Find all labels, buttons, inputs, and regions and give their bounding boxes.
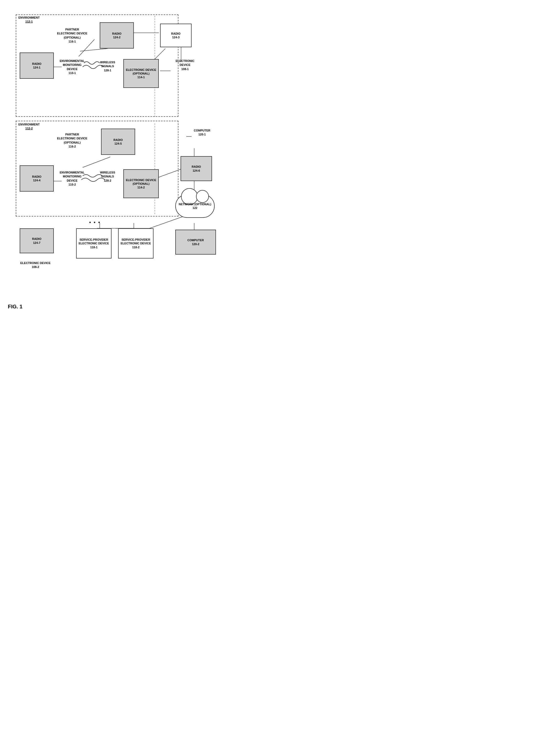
radio-124-2-label: RADIO [112, 32, 121, 35]
radio-124-3-box: RADIO 124-3 [160, 24, 191, 47]
radio-124-7-label: RADIO [32, 237, 41, 241]
elec-dev-2-label: ELECTRONIC DEVICE 108-2 [20, 261, 51, 269]
elec-dev-opt-2-box: ELECTRONIC DEVICE (OPTIONAL) 114-2 [123, 169, 159, 198]
service-prov-1-number: 118-1 [77, 246, 111, 249]
radio-124-4-number: 124-4 [32, 178, 41, 182]
radio-124-2-box: RADIO 124-2 [100, 22, 134, 49]
radio-124-4-label: RADIO [32, 175, 41, 178]
radio-124-5-number: 124-5 [113, 142, 123, 145]
radio-124-5-label: RADIO [113, 138, 123, 142]
network-cloud: NETWORK (OPTIONAL) 122 [175, 194, 215, 218]
env2-label: ENVIRONMENT 112-2 [18, 123, 40, 131]
service-prov-2-number: 118-2 [119, 246, 153, 249]
radio-124-2-number: 124-2 [112, 35, 121, 39]
radio-124-1-box: RADIO 124-1 [20, 52, 54, 79]
wireless-sig-2-label: WIRELESS SIGNALS 128-2 [94, 171, 121, 183]
radio-124-3-label: RADIO [171, 32, 180, 35]
service-prov-2-label: SERVICE-PROVIDER ELECTRONIC DEVICE [119, 238, 153, 246]
diagram: ENVIRONMENT 112-1 RADIO 124-1 PARTNER EL… [8, 8, 228, 304]
radio-124-1-label: RADIO [32, 62, 41, 65]
radio-124-6-number: 124-6 [191, 169, 201, 172]
radio-124-5-box: RADIO 124-5 [101, 129, 135, 155]
wireless-sig-1-label: WIRELESS SIGNALS 128-1 [94, 60, 121, 73]
radio-124-3-number: 124-3 [171, 35, 180, 39]
env-monitor-2-label: ENVIRONMENTAL MONITORING DEVICE 110-2 [58, 171, 87, 187]
env1-label: ENVIRONMENT 112-1 [18, 16, 40, 24]
network-label: NETWORK (OPTIONAL) [179, 202, 211, 206]
computer-1-label: COMPUTER 120-1 [188, 129, 216, 137]
radio-124-1-number: 124-1 [32, 65, 41, 69]
elec-dev-opt-2-number: 114-2 [124, 185, 158, 189]
service-prov-1-label: SERVICE-PROVIDER ELECTRONIC DEVICE [77, 238, 111, 246]
service-prov-2-box: SERVICE-PROVIDER ELECTRONIC DEVICE 118-2 [118, 228, 154, 259]
radio-124-7-number: 124-7 [32, 241, 41, 245]
computer-2-label: COMPUTER [187, 238, 204, 242]
service-prov-1-box: SERVICE-PROVIDER ELECTRONIC DEVICE 118-1 [76, 228, 112, 259]
partner-dev-1-label: PARTNER ELECTRONIC DEVICE (OPTIONAL) 116… [56, 28, 88, 44]
computer-2-box: COMPUTER 120-2 [175, 230, 216, 255]
radio-124-7-box: RADIO 124-7 [20, 228, 54, 253]
elec-dev-opt-1-label: ELECTRONIC DEVICE (OPTIONAL) [124, 68, 158, 76]
elec-dev-opt-1-box: ELECTRONIC DEVICE (OPTIONAL) 114-1 [123, 59, 159, 88]
env-monitor-1-label: ENVIRONMENTAL MONITORING DEVICE 110-1 [58, 59, 87, 75]
partner-dev-2-label: PARTNER ELECTRONIC DEVICE (OPTIONAL) 116… [56, 133, 88, 149]
elec-dev-opt-2-label: ELECTRONIC DEVICE (OPTIONAL) [124, 178, 158, 186]
network-number: 122 [179, 206, 211, 210]
radio-124-4-box: RADIO 124-4 [20, 165, 54, 191]
elec-dev-opt-1-number: 114-1 [124, 75, 158, 79]
elec-dev-1-label: ELECTRONIC DEVICE 108-1 [171, 59, 200, 71]
dots-separator: • • • [89, 219, 101, 226]
radio-124-6-label: RADIO [191, 165, 201, 169]
fig-label: FIG. 1 [8, 304, 23, 310]
computer-2-number: 120-2 [187, 242, 204, 246]
radio-124-6-box: RADIO 124-6 [180, 156, 212, 181]
